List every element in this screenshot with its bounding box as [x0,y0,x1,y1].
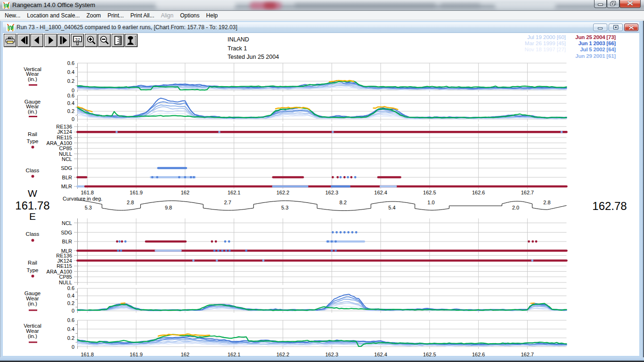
x-tick-label: 162.4 [374,190,387,195]
wear-chart-e_gauge_wear: 00.20.40.6 [67,285,567,314]
marker-dot-w_class-BLR [340,176,342,178]
marker-dot-w_class-BLR [347,176,349,178]
wear-chart-w_gauge_wear: 00.20.40.6 [67,93,567,122]
marker-dot-e_class-SDG [340,231,342,233]
curvature-value: 2.8 [543,200,550,205]
marker-dot-e_class-BLR [118,241,121,243]
child-close-button[interactable] [624,24,638,31]
marker-dot-e_class-BLR [124,241,127,243]
rangecam-logo-icon [2,1,10,9]
restore-icon [607,0,619,7]
marker-dot-w_rail_type-JK124 [561,131,563,133]
rect-shape [598,4,603,6]
marker-dot-e_rail_type-JK124 [192,259,195,262]
wear-chart-w_vertical_wear: 00.20.40.6 [67,60,567,93]
side-label-line: (in.) [28,301,37,306]
curvature-trace [78,200,567,211]
rect-shape [611,3,613,5]
restore-button[interactable] [607,0,620,8]
series-e_gauge_wear-Jul5200264 [78,297,567,311]
category-label-ARA_A100: ARA_A100 [47,140,72,146]
child-maximize-button[interactable] [609,24,623,31]
marker-dot-e_class-MLR [228,249,231,252]
x-tick-label: 162.1 [228,352,241,357]
category-chart-e_class: NCLSDGBLRMLR [61,218,566,254]
y-tick-label: 0.6 [67,60,74,66]
window-frame-bottom [0,357,644,362]
side-label-line: (in.) [28,333,37,339]
x-tick-label: 162.3 [325,352,338,357]
close-button[interactable] [620,0,641,8]
x-tick-label: 162 [181,190,189,195]
menu-item-print[interactable]: Print... [104,11,127,20]
minimize-icon [594,24,607,31]
menu-item-help[interactable]: Help [203,11,221,20]
marker-dot-e_class-MLR [217,249,220,252]
category-label-ARA_A100: ARA_A100 [47,269,72,274]
category-label-NCL: NCL [62,156,72,162]
marker-dot-w_class-BLR [350,176,352,178]
window-title: Rangecam 14.0 Office System [12,1,95,8]
marker-dot-e_class-SDG [335,231,338,233]
window-titlebar[interactable]: Rangecam 14.0 Office System [0,0,644,10]
path-shape [627,1,633,6]
menu-item-printall[interactable]: Print All... [127,11,158,20]
marker-dot-e_class-MLR [334,249,337,252]
y-tick-label: 0.4 [67,326,74,332]
curvature-strip: Curvature in deg.5.32.89.82.75.38.25.41.… [63,196,567,211]
menu-item-zoom[interactable]: Zoom [83,11,104,20]
marker-dot-e_class-BLR [211,241,213,243]
child-window-titlebar[interactable]: Run 73 - HI_1800_040625 compared to 9 ea… [3,22,639,33]
minimize-button[interactable] [594,0,607,8]
marker-dot-e_class-MLR [331,249,333,252]
side-label-w_class: Class [26,168,40,178]
curvature-value: 1.0 [427,200,434,205]
child-minimize-button[interactable] [593,24,607,31]
x-tick-label: 162.2 [277,190,290,195]
child-window-title: Run 73 - HI_1800_040625 compared to 9 ea… [16,24,237,31]
marker-dot-e_class-BLR [327,241,329,243]
x-tick-label: 161.8 [81,190,94,195]
marker-dot-e_class-BLR [331,241,333,243]
rect-shape [615,27,617,28]
y-tick-label: 0.2 [67,300,74,306]
marker-dot-e_rail_type-JK124 [216,259,218,262]
side-label-w_vertical: VerticalWear(in.) [24,66,41,85]
curvature-value: 9.8 [165,205,172,210]
marker-dot-e_class-BLR [121,241,123,243]
track-chart-canvas: 00.20.40.600.20.40.600.20.40.600.20.40.6… [3,33,640,357]
path-shape [628,25,634,30]
category-label-CP85: CP85 [59,274,72,280]
series-swatch-dot [32,239,34,242]
marker-dot-w_class-BLR [184,176,186,178]
marker-dot-w_class-BLR [354,176,357,178]
category-label-BLR: BLR [62,239,72,244]
x-tick-label: 162.7 [521,352,534,357]
x-tick-label: 162.5 [423,352,436,357]
marker-dot-e_class-SDG [347,231,350,233]
marker-dot-e_class-BLR [228,241,230,243]
marker-dot-e_class-BLR [116,241,118,243]
marker-dot-e_class-SDG [332,231,334,233]
y-tick-label: 0 [72,116,74,122]
y-tick-label: 0.6 [67,93,74,98]
marker-dot-e_class-BLR [528,241,530,243]
menu-item-locationandscale[interactable]: Location and Scale... [24,11,83,20]
background-window-smudge [495,1,556,9]
x-tick-label: 161.8 [81,352,94,357]
side-label-line: Class [26,168,40,173]
marker-dot-w_class-BLR [156,176,158,178]
maximize-icon [609,24,622,31]
menubar: New...Location and Scale...ZoomPrint...P… [0,11,644,20]
y-tick-label: 0 [72,308,74,314]
x-tick-label: 162.2 [277,352,290,357]
menu-item-new[interactable]: New... [1,11,24,20]
side-label-e_gauge: GaugeWear(in.) [24,290,41,310]
marker-dot-e_class-BLR [334,241,337,243]
category-label-RE115: RE115 [57,135,72,140]
category-label-SDG: SDG [61,230,72,235]
marker-dot-w_class-BLR [193,176,195,178]
menu-item-options[interactable]: Options [177,11,203,20]
marker-dot-w_rail_type-JK124 [218,131,220,133]
side-label-line: Rail [28,260,37,265]
